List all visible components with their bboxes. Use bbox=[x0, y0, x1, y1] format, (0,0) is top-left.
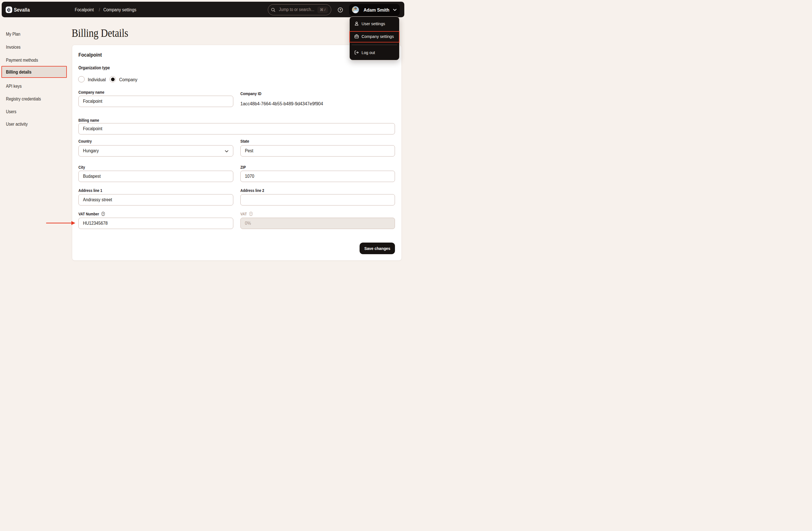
svg-text:?: ? bbox=[250, 212, 252, 216]
svg-text:?: ? bbox=[102, 212, 104, 216]
svg-text:?: ? bbox=[339, 8, 341, 11]
